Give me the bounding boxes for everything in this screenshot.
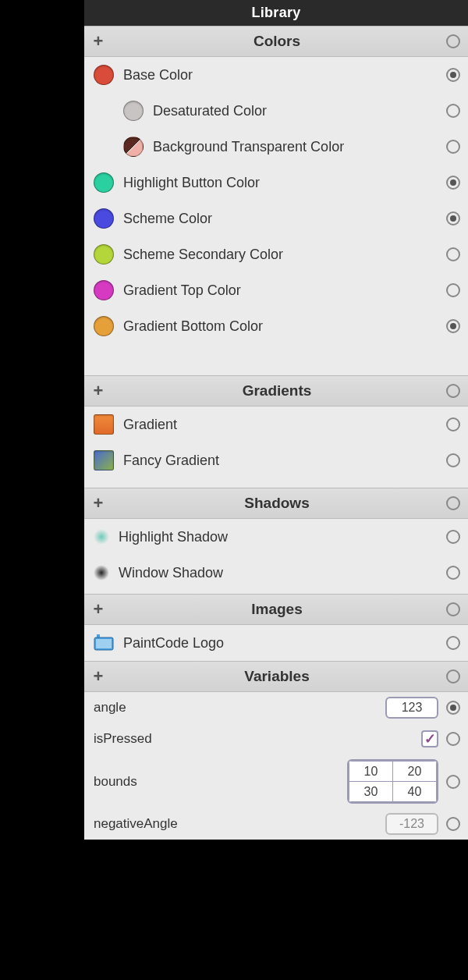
color-label: Desaturated Color	[153, 103, 437, 119]
bounds-input-grid[interactable]: 10 20 30 40	[347, 759, 438, 804]
angle-input[interactable]	[385, 697, 438, 719]
section-title-colors: Colors	[108, 33, 446, 50]
color-radio[interactable]	[446, 68, 460, 82]
color-radio[interactable]	[446, 247, 460, 261]
section-radio-variables[interactable]	[446, 669, 460, 684]
bounds-cell[interactable]: 30	[349, 782, 393, 802]
color-row[interactable]: Highlight Button Color	[84, 165, 468, 201]
section-radio-gradients[interactable]	[446, 384, 460, 398]
shadows-list: Highlight Shadow Window Shadow	[84, 519, 468, 594]
color-row[interactable]: Background Transparent Color	[84, 129, 468, 165]
color-label: Gradient Top Color	[123, 282, 437, 299]
color-label: Gradient Bottom Color	[123, 318, 437, 335]
variable-radio[interactable]	[446, 732, 460, 746]
variable-label: isPressed	[94, 731, 413, 747]
shadow-row[interactable]: Highlight Shadow	[84, 519, 468, 555]
gradient-row[interactable]: Gradient	[84, 407, 468, 442]
color-radio[interactable]	[446, 176, 460, 190]
add-color-button[interactable]: +	[89, 31, 108, 51]
panel-title: Library	[84, 0, 468, 26]
section-header-images: + Images	[84, 594, 468, 625]
add-gradient-button[interactable]: +	[89, 381, 108, 401]
section-title-gradients: Gradients	[108, 382, 446, 399]
color-swatch-icon	[94, 316, 114, 336]
variable-radio[interactable]	[446, 701, 460, 715]
color-swatch-icon	[94, 280, 114, 300]
gradient-swatch-icon	[94, 450, 114, 470]
color-swatch-icon	[94, 208, 114, 229]
shadow-radio[interactable]	[446, 530, 460, 544]
variable-label: negativeAngle	[94, 816, 378, 832]
color-radio[interactable]	[446, 211, 460, 225]
section-radio-shadows[interactable]	[446, 496, 460, 510]
section-title-variables: Variables	[108, 668, 446, 685]
bounds-cell[interactable]: 40	[393, 782, 437, 802]
color-row[interactable]: Desaturated Color	[84, 93, 468, 129]
variable-radio[interactable]	[446, 775, 460, 789]
shadow-label: Highlight Shadow	[119, 529, 437, 545]
color-radio[interactable]	[446, 283, 460, 297]
color-swatch-icon	[94, 65, 114, 85]
color-row[interactable]: Gradient Bottom Color	[84, 308, 468, 344]
ispressed-checkbox[interactable]: ✓	[421, 730, 438, 747]
section-header-shadows: + Shadows	[84, 488, 468, 519]
gradient-row[interactable]: Fancy Gradient	[84, 442, 468, 478]
gradient-label: Fancy Gradient	[123, 453, 437, 469]
variable-radio[interactable]	[446, 817, 460, 831]
negativeangle-input	[385, 813, 438, 835]
variable-label: angle	[94, 700, 378, 715]
color-swatch-icon	[123, 137, 144, 157]
shadow-row[interactable]: Window Shadow	[84, 555, 468, 591]
images-list: PaintCode Logo	[84, 625, 468, 661]
shadow-label: Window Shadow	[119, 565, 437, 581]
svg-rect-0	[97, 634, 100, 637]
section-header-gradients: + Gradients	[84, 375, 468, 407]
image-thumbnail-icon	[94, 634, 114, 652]
variable-row-negativeangle[interactable]: negativeAngle	[84, 808, 468, 840]
section-header-variables: + Variables	[84, 661, 468, 692]
gradient-swatch-icon	[94, 414, 114, 435]
section-radio-images[interactable]	[446, 602, 460, 616]
add-shadow-button[interactable]: +	[89, 493, 108, 513]
color-label: Background Transparent Color	[153, 139, 437, 155]
gradients-list: Gradient Fancy Gradient	[84, 407, 468, 488]
color-swatch-icon	[94, 172, 114, 193]
color-row[interactable]: Scheme Color	[84, 201, 468, 236]
library-panel: Library + Colors Base Color Desaturated …	[84, 0, 468, 840]
bounds-cell[interactable]: 10	[349, 762, 393, 782]
add-image-button[interactable]: +	[89, 599, 108, 620]
shadow-swatch-icon	[94, 565, 109, 581]
section-radio-colors[interactable]	[446, 34, 460, 48]
variable-row-bounds[interactable]: bounds 10 20 30 40	[84, 755, 468, 808]
color-radio[interactable]	[446, 319, 460, 333]
color-label: Scheme Secondary Color	[123, 247, 437, 263]
section-title-images: Images	[108, 601, 446, 618]
colors-list: Base Color Desaturated Color Background …	[84, 57, 468, 375]
color-row[interactable]: Gradient Top Color	[84, 272, 468, 308]
section-title-shadows: Shadows	[108, 495, 446, 512]
color-label: Highlight Button Color	[123, 175, 437, 191]
add-variable-button[interactable]: +	[89, 666, 108, 687]
image-label: PaintCode Logo	[123, 635, 437, 652]
color-swatch-icon	[94, 244, 114, 265]
shadow-radio[interactable]	[446, 566, 460, 580]
svg-rect-2	[96, 639, 112, 648]
image-radio[interactable]	[446, 636, 460, 650]
variables-list: angle isPressed ✓ bounds 10 20 30 40	[84, 692, 468, 840]
color-radio[interactable]	[446, 104, 460, 118]
shadow-swatch-icon	[94, 529, 109, 545]
variable-label: bounds	[94, 774, 339, 790]
gradient-radio[interactable]	[446, 453, 460, 467]
color-row[interactable]: Scheme Secondary Color	[84, 236, 468, 272]
color-label: Base Color	[123, 67, 437, 83]
variable-row-ispressed[interactable]: isPressed ✓	[84, 723, 468, 755]
color-swatch-icon	[123, 101, 144, 121]
color-label: Scheme Color	[123, 211, 437, 227]
color-radio[interactable]	[446, 140, 460, 154]
image-row[interactable]: PaintCode Logo	[84, 625, 468, 661]
section-header-colors: + Colors	[84, 26, 468, 57]
color-row[interactable]: Base Color	[84, 57, 468, 93]
variable-row-angle[interactable]: angle	[84, 692, 468, 723]
gradient-radio[interactable]	[446, 417, 460, 431]
bounds-cell[interactable]: 20	[393, 762, 437, 782]
